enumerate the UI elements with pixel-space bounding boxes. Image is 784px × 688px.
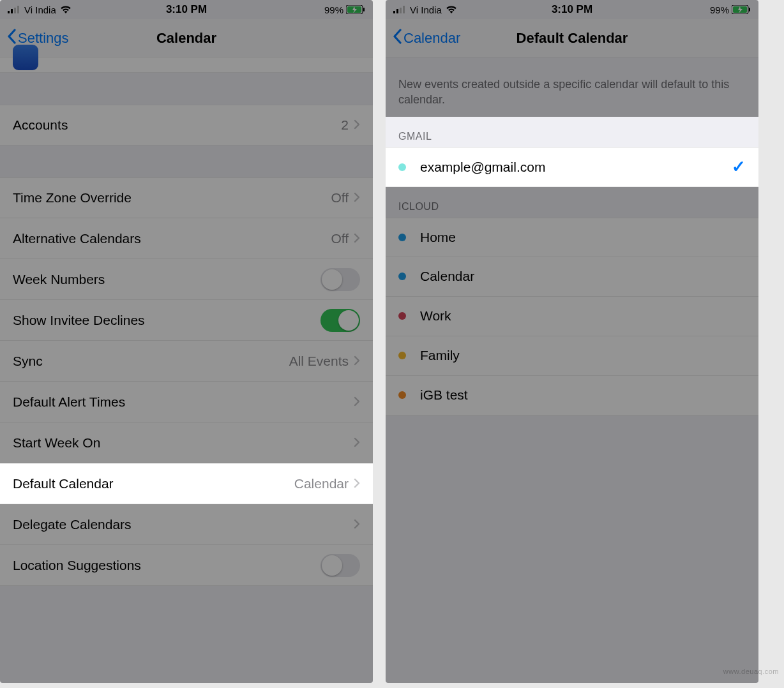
row-sync[interactable]: Sync All Events [0, 341, 373, 382]
chevron-right-icon [354, 190, 360, 206]
calendar-name: Work [420, 308, 746, 324]
status-bar: Vi India 3:10 PM 99% [386, 0, 758, 19]
back-button[interactable]: Calendar [392, 29, 460, 48]
chevron-right-icon [354, 394, 360, 410]
back-label: Settings [18, 30, 69, 47]
row-label: Time Zone Override [13, 190, 331, 206]
row-label: Accounts [13, 117, 341, 133]
partial-row-top [0, 57, 373, 73]
calendar-name: iGB test [420, 387, 746, 403]
row-delegate-calendars[interactable]: Delegate Calendars [0, 504, 373, 545]
chevron-right-icon [354, 231, 360, 246]
row-default-calendar[interactable]: Default Calendar Calendar [0, 463, 373, 504]
nav-header: Settings Calendar [0, 19, 373, 57]
row-value: 2 [341, 117, 349, 133]
toggle-location-suggestions[interactable] [320, 554, 360, 577]
row-label: Default Calendar [13, 476, 294, 491]
row-default-alert-times[interactable]: Default Alert Times [0, 382, 373, 423]
calendar-name: example@gmail.com [420, 160, 732, 175]
row-show-invitee-declines[interactable]: Show Invitee Declines [0, 300, 373, 341]
row-label: Sync [13, 354, 289, 369]
chevron-right-icon [354, 354, 360, 369]
color-dot-icon [398, 273, 406, 280]
chevron-right-icon [354, 117, 360, 133]
row-value: Calendar [294, 476, 349, 491]
calendar-name: Family [420, 348, 746, 363]
row-time-zone-override[interactable]: Time Zone Override Off [0, 177, 373, 218]
screen-default-calendar: Vi India 3:10 PM 99% Calendar Default C [386, 0, 758, 683]
row-week-numbers[interactable]: Week Numbers [0, 259, 373, 300]
calendar-row-calendar[interactable]: Calendar [386, 257, 758, 297]
row-value: All Events [289, 354, 349, 369]
color-dot-icon [398, 312, 406, 320]
row-label: Start Week On [13, 435, 354, 451]
back-label: Calendar [403, 30, 460, 47]
row-label: Show Invitee Declines [13, 313, 320, 328]
toggle-show-invitee-declines[interactable] [320, 309, 360, 332]
row-value: Off [331, 190, 349, 206]
color-dot-icon [398, 352, 406, 359]
chevron-right-icon [354, 435, 360, 451]
screen-calendar-settings: Vi India 3:10 PM 99% Settings Calendar [0, 0, 373, 683]
calendar-name: Home [420, 230, 746, 245]
calendar-row-gmail[interactable]: example@gmail.com ✓ [386, 147, 758, 187]
section-header-icloud: ICLOUD [386, 187, 758, 218]
watermark: www.deuaq.com [723, 668, 779, 675]
calendar-row-igb-test[interactable]: iGB test [386, 376, 758, 415]
row-label: Alternative Calendars [13, 231, 331, 246]
calendar-row-family[interactable]: Family [386, 336, 758, 376]
calendar-name: Calendar [420, 269, 746, 284]
row-alternative-calendars[interactable]: Alternative Calendars Off [0, 218, 373, 259]
clock: 3:10 PM [166, 3, 207, 15]
section-description: New events created outside a specific ca… [386, 57, 758, 117]
color-dot-icon [398, 391, 406, 399]
calendar-row-home[interactable]: Home [386, 218, 758, 257]
row-label: Location Suggestions [13, 558, 320, 573]
row-accounts[interactable]: Accounts 2 [0, 105, 373, 146]
row-start-week-on[interactable]: Start Week On [0, 423, 373, 463]
status-bar: Vi India 3:10 PM 99% [0, 0, 373, 19]
chevron-left-icon [392, 29, 402, 48]
clock: 3:10 PM [552, 3, 592, 15]
chevron-right-icon [354, 476, 360, 491]
nav-header: Calendar Default Calendar [386, 19, 758, 57]
section-header-gmail: GMAIL [386, 117, 758, 147]
row-label: Default Alert Times [13, 394, 354, 410]
color-dot-icon [398, 163, 406, 171]
row-label: Week Numbers [13, 272, 320, 287]
chevron-right-icon [354, 517, 360, 532]
checkmark-icon: ✓ [732, 157, 746, 177]
toggle-week-numbers[interactable] [320, 268, 360, 291]
chevron-left-icon [6, 29, 17, 48]
calendar-row-work[interactable]: Work [386, 297, 758, 336]
color-dot-icon [398, 234, 406, 241]
row-label: Delegate Calendars [13, 517, 354, 532]
row-location-suggestions[interactable]: Location Suggestions [0, 545, 373, 586]
icloud-calendar-list: Home Calendar Work Family iGB test [386, 218, 758, 415]
row-value: Off [331, 231, 349, 246]
calendar-app-icon [13, 45, 38, 70]
